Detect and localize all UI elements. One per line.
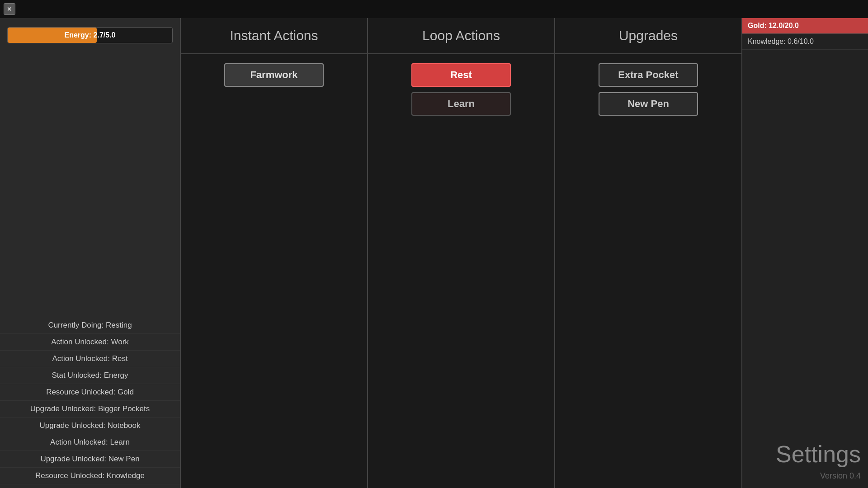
gold-resource: Gold: 12.0/20.0 — [742, 18, 868, 34]
upgrades-column: Extra PocketNew Pen — [555, 54, 741, 488]
settings-area: Settings Version 0.4 — [742, 50, 868, 488]
log-item: Currently Doing: Resting — [0, 317, 180, 334]
log-item: Resource Unlocked: Knowledge — [0, 468, 180, 484]
knowledge-label: Knowledge: 0.6/10.0 — [748, 38, 814, 45]
gold-label: Gold: 12.0/20.0 — [748, 22, 799, 29]
right-panel: Gold: 12.0/20.0 Knowledge: 0.6/10.0 Sett… — [741, 18, 868, 488]
upgrade-button[interactable]: New Pen — [599, 92, 698, 116]
title-bar: ✕ — [0, 0, 868, 18]
log-item: Resource Unlocked: Gold — [0, 384, 180, 401]
close-icon: ✕ — [7, 5, 12, 13]
columns-header: Instant Actions Loop Actions Upgrades — [181, 18, 741, 54]
energy-bar-label: Energy: 2.7/5.0 — [65, 31, 116, 39]
upgrade-button[interactable]: Extra Pocket — [599, 63, 698, 87]
sidebar-spacer — [0, 51, 180, 314]
knowledge-resource: Knowledge: 0.6/10.0 — [742, 34, 868, 50]
energy-bar: Energy: 2.7/5.0 — [7, 27, 173, 43]
loop-actions-column: RestLearn — [368, 54, 555, 488]
log-item: Upgrade Unlocked: New Pen — [0, 451, 180, 468]
upgrades-header: Upgrades — [555, 18, 741, 53]
loop-actions-header: Loop Actions — [368, 18, 555, 53]
settings-button[interactable]: Settings — [776, 441, 861, 468]
log-item: Stat Unlocked: Energy — [0, 367, 180, 384]
energy-bar-container: Energy: 2.7/5.0 — [0, 18, 180, 51]
log-item: Action Unlocked: Work — [0, 334, 180, 351]
loop-action-button[interactable]: Rest — [411, 63, 511, 87]
instant-actions-header: Instant Actions — [181, 18, 368, 53]
content-area: Instant Actions Loop Actions Upgrades Fa… — [181, 18, 741, 488]
columns-content: Farmwork RestLearn Extra PocketNew Pen — [181, 54, 741, 488]
log-item: Action Unlocked: Rest — [0, 351, 180, 367]
log-item: Upgrade Unlocked: Notebook — [0, 418, 180, 434]
main-container: Energy: 2.7/5.0 Currently Doing: Resting… — [0, 18, 868, 488]
log-item: Upgrade Unlocked: Bigger Pockets — [0, 401, 180, 418]
close-button[interactable]: ✕ — [4, 3, 15, 15]
log-list: Currently Doing: RestingAction Unlocked:… — [0, 314, 180, 488]
instant-action-button[interactable]: Farmwork — [224, 63, 324, 87]
instant-actions-column: Farmwork — [181, 54, 368, 488]
loop-action-button[interactable]: Learn — [411, 92, 511, 116]
sidebar: Energy: 2.7/5.0 Currently Doing: Resting… — [0, 18, 181, 488]
version-label: Version 0.4 — [820, 471, 861, 481]
log-item: Action Unlocked: Learn — [0, 434, 180, 451]
